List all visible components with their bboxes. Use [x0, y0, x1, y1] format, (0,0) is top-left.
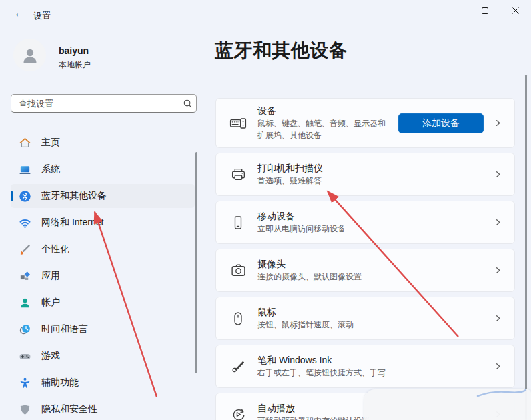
card-mouse[interactable]: 鼠标 按钮、鼠标指针速度、滚动 — [215, 297, 515, 340]
minimize-icon — [450, 7, 458, 15]
blue-scribble-mark — [475, 387, 528, 399]
card-title: 笔和 Windows Ink — [257, 354, 486, 367]
add-device-button[interactable]: 添加设备 — [398, 113, 484, 133]
card-subtitle: 鼠标、键盘、触笔、音频、显示器和扩展坞、其他设备 — [257, 117, 392, 141]
card-subtitle: 按钮、鼠标指针速度、滚动 — [257, 319, 408, 331]
chevron-right-icon — [493, 266, 502, 275]
card-subtitle: 连接的摄像头、默认图像设置 — [257, 271, 408, 283]
page-title: 蓝牙和其他设备 — [215, 38, 348, 63]
pen-icon — [229, 358, 247, 375]
accounts-icon — [18, 296, 31, 309]
accessibility-person-icon — [18, 376, 31, 389]
home-icon — [18, 136, 31, 149]
maximize-icon — [481, 7, 489, 15]
card-cameras[interactable]: 摄像头 连接的摄像头、默认图像设置 — [215, 249, 515, 292]
user-account-type: 本地帐户 — [59, 59, 91, 71]
chevron-right-icon — [493, 119, 502, 127]
sidebar-item-label: 网络和 Internet — [41, 217, 103, 229]
settings-window: { "window": { "title": "设置", "back_label… — [0, 0, 531, 420]
avatar[interactable] — [13, 39, 46, 71]
window-controls — [439, 0, 531, 21]
card-printers-scanners[interactable]: 打印机和扫描仪 首选项、疑难解答 — [215, 153, 515, 196]
printer-icon — [229, 166, 247, 183]
sidebar-item-home[interactable]: 主页 — [11, 131, 195, 155]
sidebar-item-network[interactable]: 网络和 Internet — [11, 211, 195, 235]
user-silhouette-icon — [20, 45, 40, 65]
sidebar-item-label: 主页 — [41, 137, 60, 149]
clock-globe-icon — [18, 323, 31, 336]
bluetooth-icon — [18, 189, 31, 203]
sidebar-item-bluetooth-devices[interactable]: 蓝牙和其他设备 — [11, 184, 195, 208]
card-title: 设备 — [257, 105, 392, 117]
sidebar-item-gaming[interactable]: 游戏 — [11, 344, 195, 368]
search-input[interactable] — [11, 99, 179, 109]
selected-indicator — [11, 191, 13, 201]
card-title: 打印机和扫描仪 — [257, 162, 486, 175]
sidebar-item-label: 游戏 — [41, 350, 60, 362]
card-devices[interactable]: 设备 鼠标、键盘、触笔、音频、显示器和扩展坞、其他设备 添加设备 — [215, 98, 515, 148]
settings-card-list: 设备 鼠标、键盘、触笔、音频、显示器和扩展坞、其他设备 添加设备 打印机和扫描仪… — [215, 98, 515, 420]
sidebar-item-label: 蓝牙和其他设备 — [41, 190, 107, 202]
maximize-button[interactable] — [470, 0, 500, 21]
card-subtitle: 立即从电脑访问移动设备 — [257, 223, 408, 235]
sidebar-nav: 主页 系统 蓝牙和其他设备 网络和 Internet 个性化 应用 — [11, 131, 195, 420]
mobile-devices-icon — [229, 215, 247, 231]
back-button[interactable]: ← — [9, 5, 29, 21]
card-title: 鼠标 — [257, 306, 486, 319]
sidebar-item-label: 个性化 — [41, 243, 69, 255]
close-button[interactable] — [500, 0, 531, 21]
sidebar-item-time-language[interactable]: 时间和语言 — [11, 317, 195, 341]
chevron-right-icon — [493, 218, 502, 227]
sidebar-item-label: 隐私和安全性 — [41, 403, 97, 415]
title-bar: ← 设置 — [0, 0, 531, 24]
shield-icon — [18, 403, 31, 416]
search-box — [11, 94, 197, 113]
card-subtitle: 右手或左手、笔按钮快捷方式、手写 — [257, 367, 408, 379]
sidebar-item-label: 帐户 — [41, 297, 60, 309]
sidebar-item-label: 辅助功能 — [41, 377, 79, 389]
apps-icon — [18, 269, 31, 283]
card-title: 摄像头 — [257, 258, 486, 271]
search-icon[interactable] — [179, 99, 196, 109]
sidebar-item-personalization[interactable]: 个性化 — [11, 237, 195, 261]
overlay-sheet — [364, 389, 531, 420]
paintbrush-icon — [18, 243, 31, 256]
chevron-right-icon — [493, 314, 502, 323]
system-icon — [18, 163, 31, 176]
sidebar-item-accessibility[interactable]: 辅助功能 — [11, 371, 195, 395]
card-mobile-devices[interactable]: 移动设备 立即从电脑访问移动设备 — [215, 201, 515, 244]
user-name: baiyun — [59, 45, 89, 56]
mouse-icon — [229, 311, 247, 327]
card-title: 移动设备 — [257, 210, 486, 223]
autoplay-icon — [229, 406, 247, 420]
devices-icon — [229, 115, 247, 132]
card-subtitle: 首选项、疑难解答 — [257, 175, 408, 187]
card-pen-windows-ink[interactable]: 笔和 Windows Ink 右手或左手、笔按钮快捷方式、手写 — [215, 345, 515, 388]
sidebar-item-label: 系统 — [41, 163, 60, 175]
sidebar-item-system[interactable]: 系统 — [11, 157, 195, 181]
game-controller-icon — [18, 349, 31, 363]
window-title: 设置 — [33, 10, 51, 22]
wifi-icon — [18, 216, 31, 229]
sidebar-item-label: 时间和语言 — [41, 323, 88, 335]
close-icon — [512, 7, 520, 15]
chevron-right-icon — [493, 170, 502, 179]
sidebar-item-privacy-security[interactable]: 隐私和安全性 — [11, 397, 195, 420]
sidebar-scrollbar[interactable] — [195, 152, 197, 373]
sidebar-item-label: 应用 — [41, 270, 60, 282]
sidebar-item-accounts[interactable]: 帐户 — [11, 291, 195, 315]
sidebar-item-apps[interactable]: 应用 — [11, 264, 195, 288]
minimize-button[interactable] — [439, 0, 470, 21]
main-scrollbar[interactable] — [525, 75, 527, 420]
camera-icon — [229, 262, 247, 279]
chevron-right-icon — [493, 362, 502, 371]
